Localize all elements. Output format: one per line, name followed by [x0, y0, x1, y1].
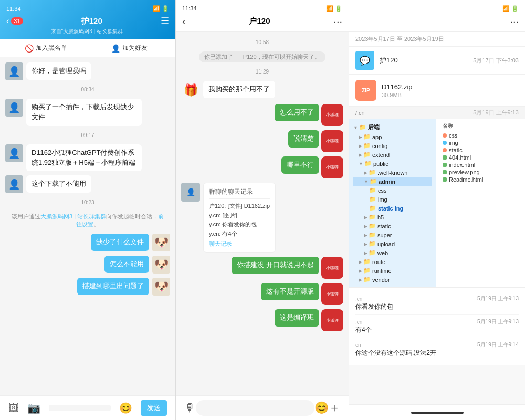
table-row: 🐶 缺少了什么文件 — [5, 234, 170, 251]
list-item[interactable]: 404.html — [443, 154, 521, 161]
p3-msg-content: .cn 你看发你的包 — [355, 295, 473, 311]
p3-file-size: 30.9MB — [382, 92, 519, 98]
p1-time: 11:34 — [6, 6, 21, 12]
p3-msg-text: 你看发你的包 — [355, 303, 393, 310]
tree-node[interactable]: ▼📁后端 — [353, 122, 432, 132]
p3-header: 📶 🔋 ··· — [349, 0, 525, 32]
table-row: 小狐狸 说清楚 — [181, 130, 343, 152]
p1-input-area — [49, 405, 111, 411]
message-bubble: 哪里不行 — [281, 156, 319, 174]
tree-node[interactable]: ▶📁runtime — [353, 266, 432, 275]
tree-node[interactable]: 📁static ing — [353, 204, 432, 213]
list-item[interactable]: css — [443, 132, 521, 139]
p1-addfriend-button[interactable]: 👤 加为好友 — [92, 44, 167, 52]
p2-more-icon[interactable]: ··· — [333, 15, 342, 27]
table-row: 🎁 我购买的那个用不了 — [181, 81, 343, 100]
tree-node[interactable]: ▶📁web — [353, 248, 432, 257]
p1-emoji-icon[interactable]: 😊 — [119, 402, 132, 414]
tree-node[interactable]: 📁img — [353, 195, 432, 204]
tree-node[interactable]: ▶📁vendor — [353, 275, 432, 284]
p2-back-button[interactable]: ‹ — [182, 15, 186, 27]
table-row: 👤 这个下载了不能用 — [5, 175, 170, 193]
tree-node[interactable]: ▼📁public — [353, 159, 432, 168]
p1-divider — [88, 44, 88, 52]
table-row: 小狐狸 你搭建没 开口就说用不起 — [181, 257, 343, 279]
p3-msg-date: 5月19日 上午9:13 — [477, 295, 519, 302]
p1-chat-area: 👤 你好，是管理员吗 08:34 👤 购买了一个插件，下载后发现缺少文件 09:… — [0, 57, 175, 395]
file-name-label: preview.png — [449, 169, 480, 175]
p3-tree-right: 名称 css img static 404.html index.html pr… — [438, 119, 525, 287]
p1-send-button[interactable]: 发送 — [141, 400, 167, 416]
p3-msg-text: 你这个没有这个源码.没法2开 — [355, 349, 436, 356]
p3-status-icons: 📶 🔋 — [502, 5, 519, 12]
message-time: 08:34 — [5, 87, 170, 92]
panel3-files-window: 📶 🔋 ··· 2023年5月17日 至 2023年5月19日 💬 护120 5… — [349, 0, 525, 420]
p2-sticker: 小狐狸 — [321, 156, 343, 178]
avatar: 🐶 — [152, 234, 170, 251]
p2-sticker: 小狐狸 — [321, 283, 343, 305]
p3-sender: .cn — [355, 319, 362, 325]
p1-blacklist-button[interactable]: 🚫 加入黑名单 — [8, 44, 83, 52]
p1-photo-icon[interactable]: 🖼 — [8, 402, 19, 414]
p1-action-bar: 🚫 加入黑名单 👤 加为好友 — [0, 39, 175, 57]
p2-voice-icon[interactable]: 🎙 — [184, 401, 196, 415]
system-notify: 该用户通过大鹏源码网3 | 站长群集群向你发起临时会话，前往设置。 — [5, 212, 170, 229]
table-row: 🐶 搭建到哪里出问题了 — [5, 278, 170, 296]
p1-contact-title: 护120 — [23, 16, 161, 26]
table-row: 👤 购买了一个插件，下载后发现缺少文件 — [5, 99, 170, 126]
p3-more-icon[interactable]: ··· — [510, 15, 519, 27]
chat-record-bubble[interactable]: 群聊的聊天记录 户120: [文件] D1162.zip y.cn: [图片] … — [203, 183, 276, 253]
list-item[interactable]: 💬 护120 5月17日 下午3:03 — [349, 47, 525, 75]
p3-file-name: D1162.zip — [382, 83, 519, 91]
zip-file-icon: ZIP — [355, 80, 376, 101]
table-row: 👤 群聊的聊天记录 户120: [文件] D1162.zip y.cn: [图片… — [181, 183, 343, 253]
list-item[interactable]: static — [443, 146, 521, 154]
tree-node[interactable]: ▶📁config — [353, 141, 432, 150]
panel2-chat-window: 11:34 📶 🔋 ‹ 户120 ··· 10:58 你已添加了 P120，现在… — [176, 0, 349, 420]
tree-node[interactable]: ▶📁route — [353, 257, 432, 266]
tree-node[interactable]: 📁css — [353, 186, 432, 195]
panel1-chat-window: 11:34 📶 🔋 ‹ 31 护120 ☰ 来自"大鹏源码网3 | 站长群集群"… — [0, 0, 176, 420]
table-row: 小狐狸 怎么用不了 — [181, 104, 343, 126]
message-time: 11:29 — [181, 69, 343, 75]
notify-link[interactable]: 大鹏源码网3 | 站长群集群 — [40, 213, 106, 219]
table-row: 小狐狸 哪里不行 — [181, 156, 343, 178]
message-time: 10:23 — [5, 200, 170, 205]
tree-node[interactable]: ▼📁admin — [353, 177, 432, 186]
list-item[interactable]: img — [443, 139, 521, 146]
p3-col-name-header: 名称 — [443, 122, 521, 130]
p3-content: 💬 护120 5月17日 下午3:03 ZIP D1162.zip 30.9MB… — [349, 47, 525, 404]
p1-camera-icon[interactable]: 📷 — [27, 402, 40, 414]
list-item: .cn 有4个 5月19日 上午9:13 — [355, 315, 519, 338]
p2-contact-title: 户120 — [186, 16, 334, 26]
file-icon — [443, 170, 447, 174]
file-name-label: img — [449, 140, 458, 146]
p2-emoji-icon[interactable]: 😊 — [314, 401, 329, 415]
tree-node[interactable]: ▶📁extend — [353, 150, 432, 159]
list-item[interactable]: Readme.html — [443, 176, 521, 183]
list-item[interactable]: ZIP D1162.zip 30.9MB — [349, 75, 525, 107]
message-bubble: 说清楚 — [288, 130, 319, 148]
tree-node[interactable]: ▶📁.well-known — [353, 168, 432, 177]
panel1-header: 11:34 📶 🔋 ‹ 31 护120 ☰ 来自"大鹏源码网3 | 站长群集群" — [0, 0, 175, 39]
tree-node[interactable]: ▶📁app — [353, 132, 432, 141]
tree-node[interactable]: ▶📁h5 — [353, 213, 432, 222]
chat-record-line: y.cn: 有4个 — [209, 229, 270, 239]
p1-menu-icon[interactable]: ☰ — [161, 15, 169, 27]
chat-record-link[interactable]: 聊天记录 — [209, 240, 270, 248]
tree-node[interactable]: ▶📁super — [353, 230, 432, 239]
file-icon — [443, 163, 447, 167]
p1-back-button[interactable]: ‹ 31 — [6, 16, 23, 26]
avatar: 👤 — [5, 175, 23, 193]
p3-entry-info: 护120 — [380, 56, 468, 65]
tree-node[interactable]: ▶📁static — [353, 222, 432, 230]
p2-plus-icon[interactable]: ＋ — [329, 400, 340, 416]
list-item[interactable]: preview.png — [443, 169, 521, 176]
list-item[interactable]: index.html — [443, 161, 521, 169]
p3-msg-content: cn 你这个没有这个源码.没法2开 — [355, 341, 473, 358]
p3-section-path: /.cn — [355, 110, 365, 116]
p2-input-field[interactable] — [196, 400, 314, 416]
chat-icon: 💬 — [355, 51, 374, 70]
tree-node[interactable]: ▶📁upload — [353, 239, 432, 248]
file-name-label: Readme.html — [449, 176, 483, 183]
